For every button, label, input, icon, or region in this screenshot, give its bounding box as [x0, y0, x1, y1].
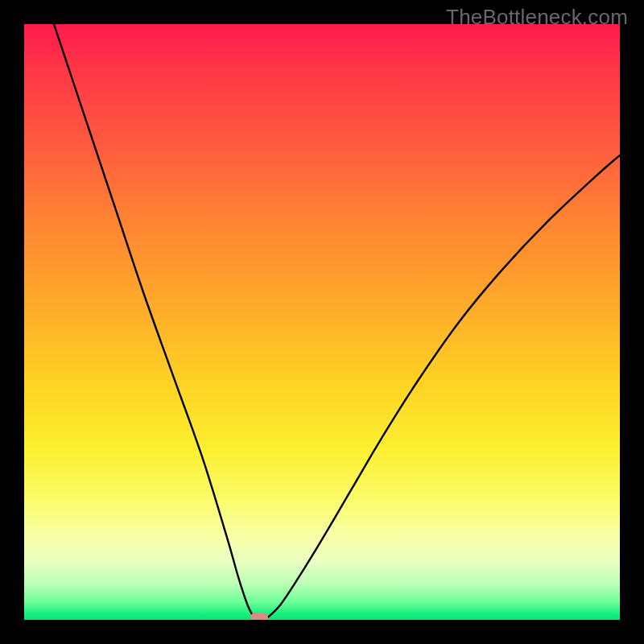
curve-left-branch [54, 24, 254, 617]
curve-right-branch [268, 155, 620, 617]
curve-svg [24, 24, 620, 620]
minimum-marker [250, 613, 268, 620]
plot-area [24, 24, 620, 620]
chart-frame: TheBottleneck.com [0, 0, 644, 644]
